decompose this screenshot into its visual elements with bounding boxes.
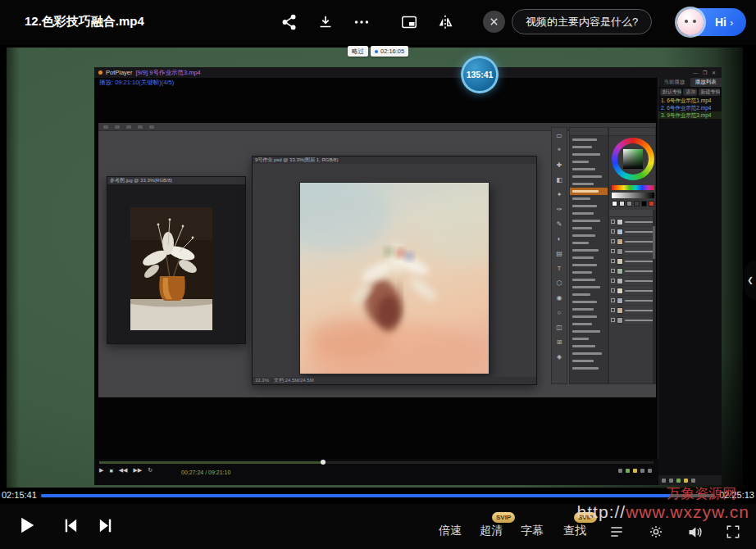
playlist-tab-list: 播放列表	[690, 78, 722, 87]
pp-control-glyph: ▶▶	[133, 467, 142, 474]
ps-tool-icon: ▤	[552, 246, 567, 261]
ps-color-panel	[608, 127, 656, 384]
quality-button[interactable]: 超清	[480, 524, 503, 538]
ps-brush-row	[570, 276, 608, 284]
speed-button[interactable]: 倍速	[439, 524, 462, 538]
pp-buttons: ▶■◀◀▶▶↻	[99, 467, 153, 474]
playlist-item: 1. 6号作业示范1.mp4	[658, 97, 722, 104]
color-swatch	[641, 201, 647, 206]
picture-in-picture-icon[interactable]	[400, 13, 418, 31]
potplayer-window-buttons: — ❐ ✕	[693, 70, 717, 75]
ps-brush-row	[570, 180, 608, 188]
ps-layer-row	[609, 296, 655, 306]
ps-reference-title: 参考图.jpg @ 33.3%(RGB/8)	[107, 177, 245, 184]
ps-color-panel-header	[609, 128, 655, 136]
chapter-marker-badge[interactable]: 135:41	[461, 56, 499, 93]
potplayer-right-icons	[618, 469, 652, 473]
flip-mirror-icon[interactable]	[436, 13, 454, 31]
color-swatch	[619, 201, 625, 206]
ps-brush-row	[570, 151, 608, 158]
ps-layer-row	[609, 247, 655, 256]
ps-layer-row	[609, 237, 655, 247]
share-icon[interactable]	[280, 13, 298, 31]
play-button[interactable]	[15, 514, 38, 537]
ps-tools-column: ▭⌖✚◧✦✑✎◐▤T⬡◉○◫⊞◈	[551, 127, 567, 384]
playlist-item: 2. 6号作业示范2.mp4	[658, 104, 722, 111]
close-assistant-button[interactable]	[483, 11, 505, 33]
playlist-button-add: 添加	[683, 88, 696, 96]
ps-tool-icon: ◈	[552, 349, 567, 364]
progress-bar[interactable]	[41, 494, 715, 497]
assistant-avatar	[677, 9, 704, 35]
ps-tool-icon: ◉	[552, 290, 567, 305]
video-stage[interactable]: PotPlayer [9/9] 9号作业示范3.mp4 — ❐ ✕ 播放: 09…	[0, 45, 756, 488]
ai-question-chip[interactable]: 视频的主要内容是什么?	[512, 9, 652, 34]
ps-tool-icon: ◧	[552, 172, 567, 187]
ps-tool-icon: ▭	[552, 128, 567, 143]
ps-brush-row	[570, 158, 608, 166]
ps-brush-row	[570, 269, 608, 276]
ps-brush-row	[570, 298, 608, 306]
ps-brush-list	[570, 136, 608, 372]
photoshop-screenshot: 参考图.jpg @ 33.3%(RGB/8)	[98, 123, 656, 397]
chevron-right-icon: ›	[730, 16, 733, 29]
video-title: 12.色彩技巧融合.mp4	[25, 14, 144, 29]
color-swatch	[626, 201, 632, 206]
more-icon[interactable]	[353, 13, 371, 31]
ps-layer-row	[609, 276, 655, 286]
ps-tool-icon: ⌖	[552, 143, 567, 157]
playlist-button-album: 默认专辑	[660, 88, 681, 96]
ps-tool-icon: ⬡	[552, 275, 567, 290]
volume-icon[interactable]	[686, 524, 704, 541]
ps-canvas-window: 9号作业.psd @ 33.3%(图层 1, RGB/8)	[252, 156, 537, 385]
ps-brush-row	[570, 313, 608, 320]
ps-canvas-title: 9号作业.psd @ 33.3%(图层 1, RGB/8)	[253, 157, 536, 164]
subtitle-button[interactable]: 字幕	[521, 524, 544, 538]
ps-brush-row	[570, 143, 608, 151]
color-swatches	[612, 201, 654, 206]
fullscreen-icon[interactable]	[725, 524, 741, 540]
potplayer-time: 00:27:24 / 09:21:10	[181, 470, 230, 475]
find-button[interactable]: 查找	[563, 524, 586, 538]
ps-brush-row	[570, 306, 608, 313]
previous-button[interactable]	[61, 516, 80, 535]
download-icon[interactable]	[317, 13, 335, 31]
color-swatch	[612, 201, 617, 206]
settings-gear-icon[interactable]	[648, 524, 664, 540]
ps-brush-row	[570, 357, 608, 365]
color-swatch	[649, 201, 654, 206]
assistant-button[interactable]: Hi ›	[679, 8, 746, 36]
ps-layer-row	[609, 256, 655, 266]
ps-layer-row	[609, 315, 655, 325]
tooltip-time-chip: 02:16:05	[371, 46, 408, 57]
reference-photo-flowers	[130, 207, 212, 330]
side-panel-handle[interactable]: ❮	[745, 261, 756, 300]
ps-brush-row	[570, 335, 608, 343]
progress-filled	[41, 494, 671, 497]
ps-brush-row	[570, 210, 608, 217]
next-button[interactable]	[97, 516, 116, 535]
assistant-label: Hi	[715, 16, 726, 29]
ps-tool-icon: ○	[552, 305, 567, 320]
ps-tool-icon: ◐	[552, 231, 567, 246]
pp-control-glyph: ↻	[148, 467, 153, 474]
potplayer-file-name: [9/9] 9号作业示范3.mp4	[136, 69, 201, 77]
ps-brush-row	[570, 166, 608, 173]
screen-recording: PotPlayer [9/9] 9号作业示范3.mp4 — ❐ ✕ 播放: 09…	[94, 67, 722, 485]
ps-layer-row	[609, 227, 655, 237]
ps-brush-row	[570, 239, 608, 247]
svip-badge-quality: SVIP	[492, 512, 515, 523]
pp-control-glyph: ■	[109, 468, 112, 474]
ps-tool-icon: ✑	[552, 202, 567, 216]
potplayer-playlist-panel: 当前播放 播放列表 默认专辑 添加 新建专辑 1. 6号作业示范1.mp4 2.…	[658, 78, 722, 485]
tooltip-dot-icon	[375, 50, 378, 53]
ps-brush-row	[570, 328, 608, 335]
playlist-icon[interactable]	[608, 524, 625, 540]
tooltip-time: 02:16:05	[380, 48, 404, 55]
ps-layer-row	[609, 286, 655, 296]
ps-brush-row	[570, 350, 608, 357]
ps-layers-header	[609, 210, 655, 217]
ps-tool-icon: ◫	[552, 320, 567, 334]
painting-artwork	[300, 183, 489, 374]
ps-layer-row	[609, 266, 655, 276]
